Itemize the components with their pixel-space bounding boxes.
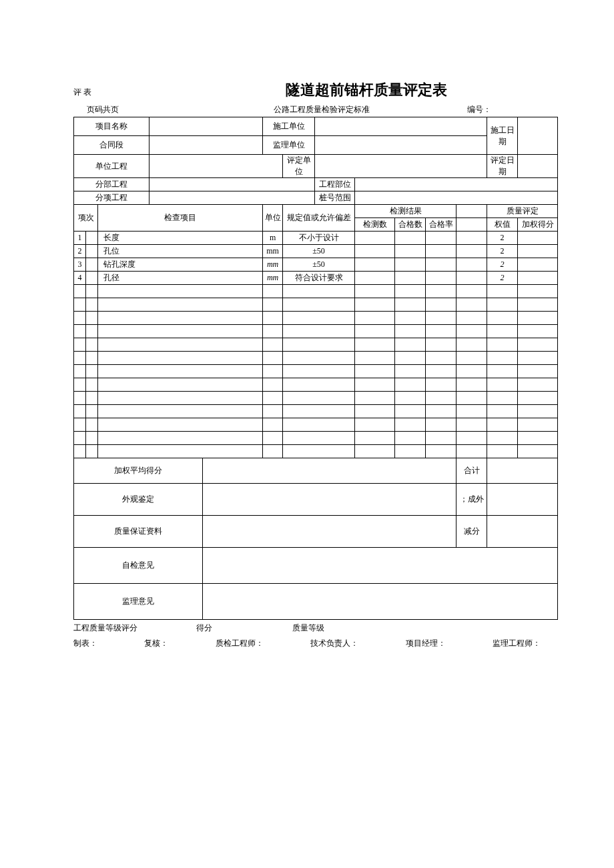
cell: [395, 325, 426, 338]
cell: [86, 258, 98, 272]
weight-cell: [487, 378, 518, 392]
cell: [426, 352, 456, 365]
cell: [86, 378, 98, 392]
deduct-label: 减分: [456, 516, 487, 548]
total-value: [487, 458, 558, 484]
unit-project-label: 单位工程: [74, 155, 149, 178]
cell: [395, 285, 426, 298]
cell: [518, 312, 558, 325]
allowed-cell: [283, 365, 355, 378]
table-row: [74, 432, 558, 445]
cell: [395, 312, 426, 325]
standard-label: 公路工程质量检验评定标准: [274, 104, 467, 115]
cell: 1: [74, 232, 86, 245]
table-row: [74, 338, 558, 352]
cell: [456, 285, 487, 298]
th-pass-rate: 合格率: [426, 218, 456, 232]
cell: [86, 338, 98, 352]
cell: 3: [74, 258, 86, 272]
unit-cell: [263, 285, 283, 298]
unit-cell: [263, 352, 283, 365]
weight-cell: [487, 312, 518, 325]
weight-cell: 2: [487, 258, 518, 272]
cell: [86, 418, 98, 432]
cell: [355, 298, 395, 312]
item-cell: [98, 298, 263, 312]
sub-project-value: [149, 178, 315, 191]
table-row: [74, 285, 558, 298]
cell: [518, 325, 558, 338]
weight-cell: [487, 418, 518, 432]
page-number-label: 页码共页: [87, 104, 274, 115]
item-cell: 孔位: [98, 245, 263, 258]
item-cell: [98, 405, 263, 418]
cell: [456, 365, 487, 378]
item-cell: 孔径: [98, 272, 263, 285]
quality-grade-label: 质量等级: [292, 622, 324, 634]
weight-cell: [487, 365, 518, 378]
cell: [395, 392, 426, 405]
cell: [74, 285, 86, 298]
cell: [395, 378, 426, 392]
cell: [456, 392, 487, 405]
cell: [74, 298, 86, 312]
cell: [426, 392, 456, 405]
cell: [456, 352, 487, 365]
construction-unit-label: 施工单位: [263, 117, 315, 136]
th-pass-count: 合格数: [395, 218, 426, 232]
project-name-value: [149, 117, 263, 136]
cell: [86, 405, 98, 418]
weight-cell: [487, 392, 518, 405]
allowed-cell: [283, 285, 355, 298]
cell: [86, 352, 98, 365]
tech-lead-label: 技术负责人：: [310, 638, 358, 649]
cell: [518, 298, 558, 312]
cell: [395, 432, 426, 445]
unit-cell: [263, 312, 283, 325]
supervision-unit-label: 监理单位: [263, 136, 315, 155]
cell: [518, 285, 558, 298]
cell: [355, 272, 395, 285]
cell: [86, 272, 98, 285]
weighted-avg-label: 加权平均得分: [74, 458, 203, 484]
eval-date-value: [518, 155, 558, 178]
item-project-label: 分项工程: [74, 191, 149, 205]
allowed-cell: 符合设计要求: [283, 272, 355, 285]
cell: [426, 378, 456, 392]
cell: [426, 272, 456, 285]
allowed-cell: [283, 378, 355, 392]
page-title: 隧道超前锚杆质量评定表: [192, 80, 541, 100]
allowed-cell: [283, 298, 355, 312]
table-row: [74, 418, 558, 432]
unit-cell: mm: [263, 245, 283, 258]
cell: [86, 392, 98, 405]
th-result: 检测结果: [355, 205, 456, 218]
table-row: [74, 445, 558, 458]
item-cell: [98, 352, 263, 365]
maker-label: 制表：: [73, 638, 97, 649]
cell: [395, 445, 426, 458]
item-cell: [98, 418, 263, 432]
stake-range-label: 桩号范围: [315, 191, 355, 205]
project-part-value: [355, 178, 558, 191]
weight-cell: [487, 352, 518, 365]
cell: [355, 285, 395, 298]
cell: [86, 445, 98, 458]
contract-value: [149, 136, 263, 155]
cell: [456, 272, 487, 285]
deduct-value: [487, 516, 558, 548]
item-cell: [98, 312, 263, 325]
cell: [395, 352, 426, 365]
cell: [518, 352, 558, 365]
th-weight: 权值: [487, 218, 518, 232]
cell: [518, 245, 558, 258]
allowed-cell: [283, 418, 355, 432]
table-row: [74, 325, 558, 338]
cell: [426, 245, 456, 258]
cell: [456, 445, 487, 458]
project-part-label: 工程部位: [315, 178, 355, 191]
cell: [86, 325, 98, 338]
cell: 4: [74, 272, 86, 285]
item-project-value: [149, 191, 315, 205]
cell: [426, 258, 456, 272]
